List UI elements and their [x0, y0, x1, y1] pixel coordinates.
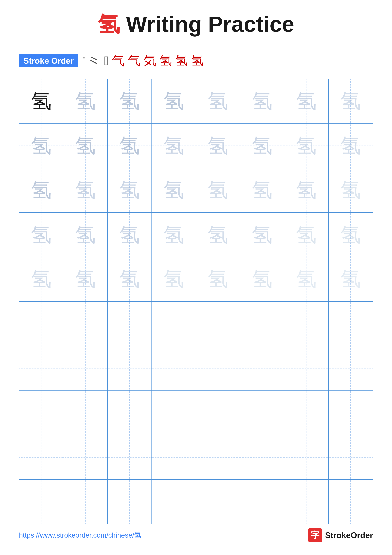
grid-cell[interactable] [240, 302, 284, 346]
grid-cell[interactable] [64, 480, 107, 524]
grid-cell[interactable]: 氢 [64, 124, 107, 168]
grid-cell[interactable]: 氢 [19, 124, 64, 168]
brand-name: StrokeOrder [325, 531, 373, 540]
grid-cell[interactable]: 氢 [284, 213, 328, 257]
grid-cell[interactable]: 氢 [108, 257, 152, 301]
grid-cell[interactable]: 氢 [284, 257, 328, 301]
grid-cell[interactable] [196, 302, 240, 346]
grid-cell[interactable] [108, 480, 152, 524]
grid-cell[interactable] [152, 480, 196, 524]
grid-cell[interactable]: 氢 [19, 213, 64, 257]
grid-cell[interactable]: 氢 [152, 79, 196, 123]
grid-cell[interactable] [64, 346, 107, 390]
grid-cell[interactable] [108, 302, 152, 346]
grid-cell[interactable]: 氢 [328, 124, 373, 168]
brand-icon: 字 [308, 528, 322, 542]
grid-cell[interactable]: 氢 [64, 79, 107, 123]
grid-cell[interactable] [284, 391, 328, 435]
grid-cell[interactable]: 氢 [240, 79, 284, 123]
grid-cell[interactable] [328, 435, 373, 479]
practice-grid: 氢 氢 氢 氢 氢 氢 氢 氢 氢 氢 氢 氢 氢 氢 氢 氢 氢 氢 氢 氢 … [19, 79, 373, 524]
grid-cell[interactable]: 氢 [108, 168, 152, 212]
grid-cell[interactable]: 氢 [152, 213, 196, 257]
grid-cell[interactable]: 氢 [284, 168, 328, 212]
grid-cell[interactable]: 氢 [19, 168, 64, 212]
grid-row-3: 氢 氢 氢 氢 氢 氢 氢 氢 [19, 168, 373, 213]
grid-cell[interactable] [240, 435, 284, 479]
grid-cell[interactable] [284, 480, 328, 524]
grid-cell[interactable] [152, 302, 196, 346]
grid-cell[interactable]: 氢 [19, 79, 64, 123]
grid-cell[interactable]: 氢 [64, 257, 107, 301]
stroke-seq-1: ' [83, 54, 85, 68]
grid-cell[interactable]: 氢 [240, 124, 284, 168]
grid-cell[interactable] [284, 346, 328, 390]
grid-cell[interactable] [152, 435, 196, 479]
grid-cell[interactable]: 氢 [328, 79, 373, 123]
grid-cell[interactable]: 氢 [19, 257, 64, 301]
grid-cell[interactable]: 氢 [196, 257, 240, 301]
grid-cell[interactable]: 氢 [284, 124, 328, 168]
grid-cell[interactable]: 氢 [196, 168, 240, 212]
stroke-sequence: ' ⺀ 𠃊 气 气 気 氢 氢 氢 [83, 52, 204, 69]
footer-brand: 字 StrokeOrder [308, 528, 373, 542]
stroke-seq-7: 氢 [159, 52, 172, 69]
title-char: 氢 [98, 12, 120, 37]
grid-cell[interactable] [19, 346, 64, 390]
grid-cell[interactable] [152, 391, 196, 435]
page-title: 氢 Writing Practice [19, 9, 373, 40]
grid-cell[interactable] [19, 391, 64, 435]
grid-row-6 [19, 302, 373, 346]
grid-cell[interactable] [328, 346, 373, 390]
grid-cell[interactable] [328, 302, 373, 346]
grid-cell[interactable] [19, 435, 64, 479]
grid-cell[interactable] [196, 391, 240, 435]
grid-cell[interactable] [328, 391, 373, 435]
grid-cell[interactable] [64, 302, 107, 346]
grid-cell[interactable] [108, 346, 152, 390]
grid-cell[interactable] [284, 435, 328, 479]
grid-cell[interactable]: 氢 [328, 257, 373, 301]
footer-url[interactable]: https://www.strokeorder.com/chinese/氢 [19, 531, 141, 540]
grid-cell[interactable] [196, 435, 240, 479]
grid-cell[interactable] [152, 346, 196, 390]
grid-cell[interactable] [240, 480, 284, 524]
grid-cell[interactable]: 氢 [108, 79, 152, 123]
grid-cell[interactable] [64, 391, 107, 435]
grid-cell[interactable]: 氢 [196, 124, 240, 168]
grid-cell[interactable]: 氢 [152, 168, 196, 212]
grid-cell[interactable] [196, 346, 240, 390]
grid-cell[interactable]: 氢 [240, 168, 284, 212]
grid-cell[interactable]: 氢 [328, 168, 373, 212]
grid-row-8 [19, 391, 373, 435]
grid-cell[interactable] [196, 480, 240, 524]
grid-cell[interactable] [240, 346, 284, 390]
grid-row-5: 氢 氢 氢 氢 氢 氢 氢 氢 [19, 257, 373, 302]
grid-cell[interactable] [64, 435, 107, 479]
grid-cell[interactable]: 氢 [64, 168, 107, 212]
stroke-seq-8: 氢 [175, 52, 188, 69]
stroke-seq-4: 气 [112, 52, 125, 69]
grid-cell[interactable]: 氢 [108, 124, 152, 168]
stroke-order-row: Stroke Order ' ⺀ 𠃊 气 气 気 氢 氢 氢 [19, 52, 373, 69]
grid-cell[interactable]: 氢 [64, 213, 107, 257]
grid-cell[interactable]: 氢 [152, 124, 196, 168]
grid-cell[interactable]: 氢 [284, 79, 328, 123]
grid-row-1: 氢 氢 氢 氢 氢 氢 氢 氢 [19, 79, 373, 124]
grid-cell[interactable]: 氢 [240, 213, 284, 257]
grid-cell[interactable]: 氢 [240, 257, 284, 301]
grid-row-7 [19, 346, 373, 391]
grid-cell[interactable] [19, 302, 64, 346]
grid-cell[interactable] [108, 391, 152, 435]
grid-cell[interactable] [240, 391, 284, 435]
grid-cell[interactable] [284, 302, 328, 346]
grid-cell[interactable] [328, 480, 373, 524]
grid-cell[interactable]: 氢 [152, 257, 196, 301]
grid-row-9 [19, 435, 373, 480]
grid-cell[interactable]: 氢 [328, 213, 373, 257]
grid-cell[interactable] [19, 480, 64, 524]
grid-cell[interactable] [108, 435, 152, 479]
grid-cell[interactable]: 氢 [196, 213, 240, 257]
grid-cell[interactable]: 氢 [108, 213, 152, 257]
grid-cell[interactable]: 氢 [196, 79, 240, 123]
